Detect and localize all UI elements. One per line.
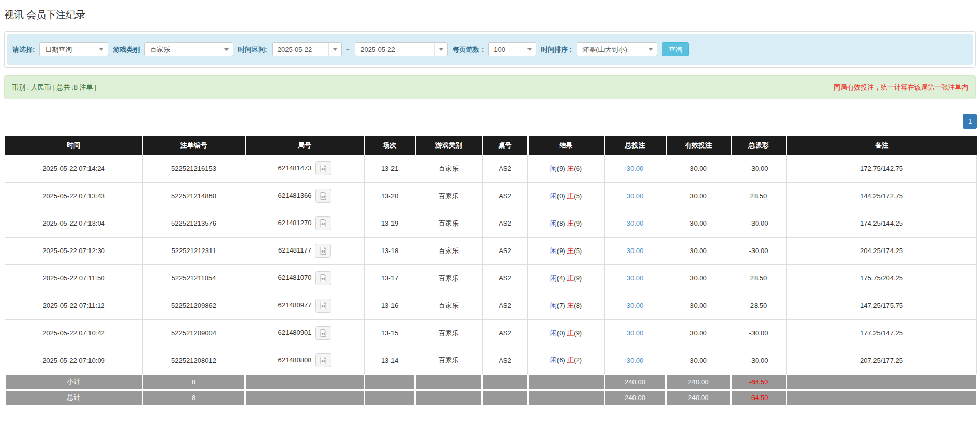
result-banker-label: 庄 <box>567 356 574 364</box>
result-player-label: 闲 <box>550 165 557 172</box>
total-count: 8 <box>143 390 245 405</box>
time-sort-label: 时间排序 : <box>541 45 572 54</box>
header-round-id: 局号 <box>245 136 365 155</box>
table-row: 2025-05-22 07:14:24522521216153621481473… <box>5 155 977 182</box>
header-session: 场次 <box>365 136 415 155</box>
cell-time: 2025-05-22 07:14:24 <box>5 155 143 182</box>
page-1-button[interactable]: 1 <box>963 114 977 129</box>
subtotal-total-bet: 240.00 <box>605 374 666 390</box>
video-replay-button[interactable] <box>315 189 331 203</box>
cell-note: 204.25/174.25 <box>787 237 977 264</box>
cell-valid-bet: 30.00 <box>666 210 731 237</box>
cell-bet-id: 522521211054 <box>143 264 245 292</box>
total-empty-cell <box>483 390 528 405</box>
cell-bet-id: 522521214860 <box>143 182 245 210</box>
per-page-value: 100 <box>489 46 523 53</box>
total-bet-link[interactable]: 30.00 <box>627 274 644 282</box>
total-empty-cell <box>245 390 365 405</box>
same-round-notice-text: 同局有效投注，统一计算在该局第一张注单内 <box>834 83 968 92</box>
total-empty-cell <box>787 390 977 405</box>
total-valid-bet: 240.00 <box>666 390 731 405</box>
cell-session: 13-16 <box>365 292 415 319</box>
cell-note: 207.25/177.25 <box>787 347 977 374</box>
cell-session: 13-15 <box>365 319 415 347</box>
cell-session: 13-19 <box>365 210 415 237</box>
total-bet-link[interactable]: 30.00 <box>627 165 644 172</box>
total-payout: -64.50 <box>731 390 787 405</box>
per-page-label: 每页笔数 : <box>453 45 484 54</box>
cell-valid-bet: 30.00 <box>666 155 731 182</box>
per-page-select[interactable]: 100 <box>488 42 536 56</box>
cell-result: 闲(7) 庄(8) <box>528 292 605 319</box>
time-range-label: 时间区间: <box>238 45 267 54</box>
cell-bet-id: 522521208012 <box>143 347 245 374</box>
date-from-value: 2025-05-22 <box>273 46 328 53</box>
cell-round-id: 621481366 <box>245 182 365 210</box>
game-type-select[interactable]: 百家乐 <box>144 42 233 56</box>
table-body: 2025-05-22 07:14:24522521216153621481473… <box>5 155 977 374</box>
cell-payout: 28.50 <box>731 292 787 319</box>
cell-time: 2025-05-22 07:10:42 <box>5 319 143 347</box>
table-header-row: 时间 注单编号 局号 场次 游戏类别 桌号 结果 总投注 有效投注 总派彩 备注 <box>5 136 977 155</box>
video-replay-button[interactable] <box>315 271 331 285</box>
filter-panel: 请选择: 日期查询 游戏类别 百家乐 时间区间: 2025-05-22 ~ 20… <box>4 31 976 68</box>
cell-payout: -30.00 <box>731 155 787 182</box>
query-mode-select[interactable]: 日期查询 <box>39 42 108 56</box>
result-banker-label: 庄 <box>567 165 574 172</box>
total-empty-cell <box>528 390 605 405</box>
total-bet-link[interactable]: 30.00 <box>627 302 644 309</box>
page-title: 视讯 会员下注纪录 <box>4 8 976 22</box>
total-bet-link[interactable]: 30.00 <box>627 357 644 364</box>
game-type-value: 百家乐 <box>145 45 220 54</box>
header-total-bet: 总投注 <box>605 136 666 155</box>
cell-valid-bet: 30.00 <box>666 292 731 319</box>
header-bet-id: 注单编号 <box>143 136 245 155</box>
filter-bar: 请选择: 日期查询 游戏类别 百家乐 时间区间: 2025-05-22 ~ 20… <box>7 34 973 65</box>
total-bet-link[interactable]: 30.00 <box>627 192 644 200</box>
round-id-text: 621481070 <box>278 274 311 282</box>
subtotal-count: 8 <box>143 374 245 390</box>
result-banker-label: 庄 <box>567 274 574 282</box>
cell-game-type: 百家乐 <box>415 264 483 292</box>
cell-note: 174.25/144.25 <box>787 210 977 237</box>
date-to-value: 2025-05-22 <box>355 46 434 53</box>
video-file-icon <box>316 219 331 228</box>
video-replay-button[interactable] <box>315 216 331 230</box>
cell-bet-id: 522521209004 <box>143 319 245 347</box>
date-from-select[interactable]: 2025-05-22 <box>272 42 342 56</box>
cell-payout: -30.00 <box>731 210 787 237</box>
cell-valid-bet: 30.00 <box>666 347 731 374</box>
table-row: 2025-05-22 07:11:50522521211054621481070… <box>5 264 977 292</box>
round-id-text: 621481366 <box>278 191 311 199</box>
cell-game-type: 百家乐 <box>415 347 483 374</box>
cell-game-type: 百家乐 <box>415 292 483 319</box>
cell-session: 13-21 <box>365 155 415 182</box>
video-replay-button[interactable] <box>315 299 331 313</box>
date-to-select[interactable]: 2025-05-22 <box>355 42 448 56</box>
cell-table-no: AS2 <box>483 182 528 210</box>
cell-game-type: 百家乐 <box>415 155 483 182</box>
video-replay-button[interactable] <box>315 353 331 367</box>
total-bet-link[interactable]: 30.00 <box>627 219 644 227</box>
cell-total-bet: 30.00 <box>605 155 666 182</box>
header-valid-bet: 有效投注 <box>666 136 731 155</box>
time-sort-select[interactable]: 降幂(由大到小) <box>577 42 657 56</box>
total-empty-cell <box>365 390 415 405</box>
video-replay-button[interactable] <box>315 326 331 340</box>
total-bet-link[interactable]: 30.00 <box>627 329 644 337</box>
cell-result: 闲(8) 庄(9) <box>528 210 605 237</box>
total-bet-link[interactable]: 30.00 <box>627 247 644 255</box>
subtotal-empty-cell <box>528 374 605 390</box>
cell-total-bet: 30.00 <box>605 182 666 210</box>
video-replay-button[interactable] <box>315 244 331 258</box>
table-row: 2025-05-22 07:12:30522521212311621481177… <box>5 237 977 264</box>
caret-down-icon <box>644 43 657 56</box>
query-button[interactable]: 查询 <box>662 42 689 56</box>
round-id-text: 621480977 <box>278 301 311 309</box>
cell-time: 2025-05-22 07:13:04 <box>5 210 143 237</box>
cell-note: 172.75/142.75 <box>787 155 977 182</box>
cell-bet-id: 522521216153 <box>143 155 245 182</box>
total-total-bet: 240.00 <box>605 390 666 405</box>
cell-time: 2025-05-22 07:10:09 <box>5 347 143 374</box>
video-replay-button[interactable] <box>315 161 331 175</box>
